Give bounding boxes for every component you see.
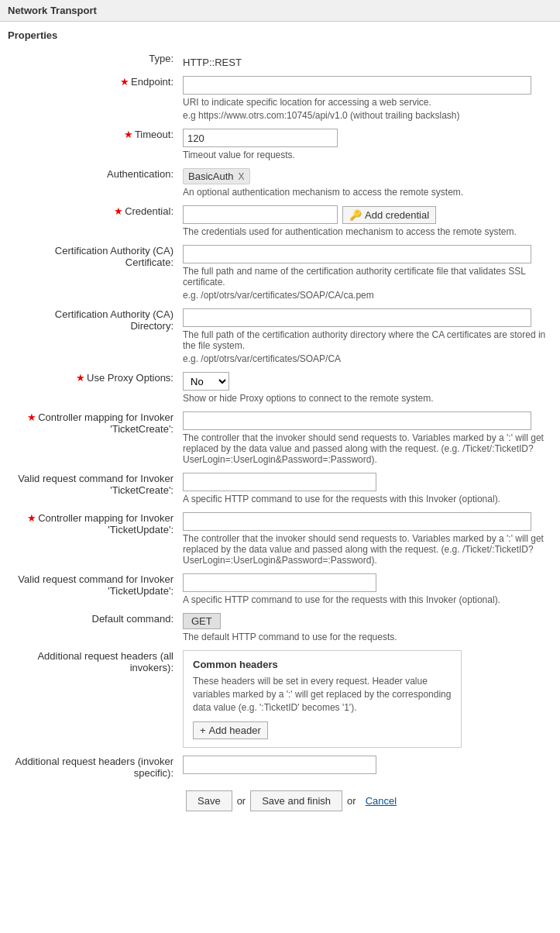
add-req-headers-value-cell: Common headers These headers will be set… [178,646,560,752]
credential-label: Credential: [125,205,173,217]
controller-update-row: ★Controller mapping for Invoker 'TicketU… [8,508,560,570]
ca-cert-value-cell: The full path and name of the certificat… [178,241,560,305]
credential-row: ★Credential: 🔑 Add credential The creden… [8,201,560,241]
default-cmd-hint: The default HTTP command to use for the … [183,632,555,642]
controller-update-value-cell: The controller that the invoker should s… [178,508,560,570]
controller-create-hint: The controller that the invoker should s… [183,432,555,465]
timeout-value-cell: Timeout value for requests. [178,125,560,164]
controller-update-input[interactable] [183,512,531,531]
authentication-label: Authentication: [8,164,178,201]
timeout-input[interactable] [183,129,338,147]
ca-dir-label: Certification Authority (CA) Directory: [8,305,178,368]
add-req-specific-value-cell [178,752,560,783]
credential-hint: The credentials used for authentication … [183,226,555,237]
ca-cert-hint2: e.g. /opt/otrs/var/certificates/SOAP/CA/… [183,290,555,301]
proxy-row: ★Use Proxy Options: No Yes Show or hide … [8,368,560,408]
valid-cmd-update-row: Valid request command for Invoker 'Ticke… [8,570,560,609]
ca-dir-input[interactable] [183,308,531,327]
add-req-specific-input[interactable] [183,756,376,774]
auth-tag-remove-button[interactable]: X [239,171,245,182]
type-row: Type: HTTP::REST [8,49,560,72]
credential-icon: 🔑 [349,209,362,221]
auth-tag-value: BasicAuth [188,170,234,182]
controller-create-required-star: ★ [27,411,36,423]
common-headers-title: Common headers [193,659,452,670]
type-value-cell: HTTP::REST [178,49,560,72]
properties-section: Properties Type: HTTP::REST ★Endpoint: U… [0,22,560,835]
default-cmd-value: GET [183,613,221,629]
credential-value-cell: 🔑 Add credential The credentials used fo… [178,201,560,241]
authentication-row: Authentication: BasicAuth X An optional … [8,164,560,201]
controller-create-value-cell: The controller that the invoker should s… [178,408,560,469]
footer-buttons: Save or Save and finish or Cancel [8,783,560,827]
ca-dir-row: Certification Authority (CA) Directory: … [8,305,560,368]
add-req-headers-label: Additional request headers (all invokers… [8,646,178,752]
form-table: Type: HTTP::REST ★Endpoint: URI to indic… [8,49,560,783]
default-cmd-label: Default command: [8,609,178,646]
add-credential-label: Add credential [365,209,429,221]
default-cmd-value-cell: GET The default HTTP command to use for … [178,609,560,646]
add-credential-button[interactable]: 🔑 Add credential [342,206,436,224]
timeout-required-star: ★ [124,129,133,140]
controller-create-input[interactable] [183,411,531,430]
or-text-2: or [347,795,356,807]
timeout-hint: Timeout value for requests. [183,150,555,160]
add-req-specific-row: Additional request headers (invoker spec… [8,752,560,783]
common-headers-box: Common headers These headers will be set… [183,650,462,748]
endpoint-label: Endpoint: [131,76,173,88]
controller-update-required-star: ★ [27,512,36,524]
network-transport-header: Network Transport [0,0,560,22]
ca-cert-label: Certification Authority (CA) Certificate… [8,241,178,305]
endpoint-hint1: URI to indicate specific location for ac… [183,97,555,108]
timeout-label: Timeout: [135,129,173,140]
add-header-button[interactable]: + Add header [193,721,268,739]
authentication-value-cell: BasicAuth X An optional authentication m… [178,164,560,201]
save-and-finish-button[interactable]: Save and finish [250,790,342,811]
ca-cert-hint1: The full path and name of the certificat… [183,266,555,287]
valid-cmd-update-label: Valid request command for Invoker 'Ticke… [8,570,178,609]
endpoint-hint2: e.g https://www.otrs.com:10745/api/v1.0 … [183,110,555,121]
common-headers-desc: These headers will be set in every reque… [193,675,452,714]
controller-update-hint: The controller that the invoker should s… [183,533,555,566]
ca-dir-value-cell: The full path of the certification autho… [178,305,560,368]
header-title: Network Transport [8,5,97,16]
proxy-select[interactable]: No Yes [183,372,229,391]
add-header-plus-icon: + [200,725,206,736]
valid-cmd-update-value-cell: A specific HTTP command to use for the r… [178,570,560,609]
auth-tag: BasicAuth X [183,168,250,184]
valid-cmd-create-label: Valid request command for Invoker 'Ticke… [8,469,178,508]
authentication-hint: An optional authentication mechanism to … [183,187,555,198]
cancel-button[interactable]: Cancel [361,791,401,811]
save-button[interactable]: Save [186,790,232,811]
add-header-label: Add header [209,725,261,736]
credential-row-inner: 🔑 Add credential [183,205,555,224]
endpoint-value-cell: URI to indicate specific location for ac… [178,72,560,125]
credential-input[interactable] [183,205,338,224]
proxy-hint: Show or hide Proxy options to connect to… [183,393,555,404]
type-label: Type: [8,49,178,72]
endpoint-required-star: ★ [120,76,129,88]
endpoint-input[interactable] [183,76,531,95]
proxy-label: Use Proxy Options: [87,372,173,384]
endpoint-label-cell: ★Endpoint: [8,72,178,125]
valid-cmd-update-input[interactable] [183,573,376,592]
properties-title: Properties [8,29,560,41]
authentication-tag-container: BasicAuth X [183,168,555,184]
proxy-required-star: ★ [76,372,85,384]
valid-cmd-create-row: Valid request command for Invoker 'Ticke… [8,469,560,508]
controller-update-label-text: Controller mapping for Invoker 'TicketUp… [38,512,173,535]
proxy-value-cell: No Yes Show or hide Proxy options to con… [178,368,560,408]
valid-cmd-create-input[interactable] [183,473,376,491]
timeout-row: ★Timeout: Timeout value for requests. [8,125,560,164]
add-req-specific-label: Additional request headers (invoker spec… [8,752,178,783]
ca-dir-hint1: The full path of the certification autho… [183,329,555,351]
or-text-1: or [237,795,246,807]
ca-cert-input[interactable] [183,245,531,263]
valid-cmd-create-value-cell: A specific HTTP command to use for the r… [178,469,560,508]
timeout-label-cell: ★Timeout: [8,125,178,164]
valid-cmd-update-hint: A specific HTTP command to use for the r… [183,594,555,605]
controller-create-label-text: Controller mapping for Invoker 'TicketCr… [38,411,173,435]
valid-cmd-create-hint: A specific HTTP command to use for the r… [183,494,555,504]
controller-create-label: ★Controller mapping for Invoker 'TicketC… [8,408,178,469]
controller-create-row: ★Controller mapping for Invoker 'TicketC… [8,408,560,469]
